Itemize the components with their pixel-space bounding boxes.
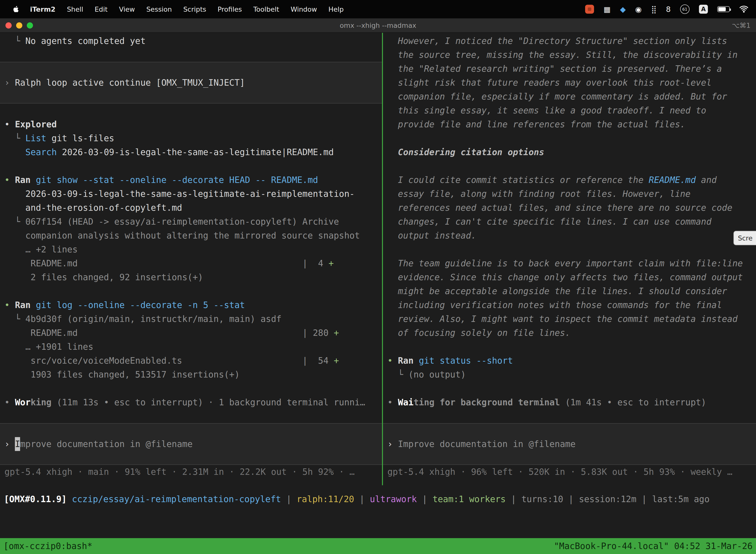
reasoning-text: evidence. Since this change only affects… bbox=[383, 270, 756, 284]
commit-line: └ 067f154 (HEAD -> essay/ai-reimplementa… bbox=[0, 215, 382, 229]
reasoning-text: However, I noticed the "Directory Struct… bbox=[383, 34, 756, 48]
battery-icon[interactable] bbox=[717, 6, 730, 12]
working-status: • Working (11m 13s • esc to interrupt) ·… bbox=[0, 395, 382, 409]
ran-git-status: • Ran git status --short bbox=[383, 354, 756, 368]
minimize-button[interactable] bbox=[16, 22, 22, 29]
reasoning-text: I could cite commit statistics or refere… bbox=[383, 173, 756, 187]
reasoning-text: companion file, especially if more comme… bbox=[383, 90, 756, 104]
right-terminal-pane[interactable]: However, I noticed the "Directory Struct… bbox=[383, 33, 756, 485]
agents-status-line: └ No agents completed yet bbox=[0, 34, 382, 48]
reasoning-text: references need actual files, and since … bbox=[383, 201, 756, 215]
explored-list: └ List git ls-files bbox=[0, 131, 382, 145]
hotkey-indicator: ⌥⌘1 bbox=[732, 21, 751, 29]
battery-fill bbox=[718, 7, 726, 11]
zoom-button[interactable] bbox=[27, 22, 33, 29]
commit-line-2: companion analysis without altering the … bbox=[0, 229, 382, 242]
elided-lines: … +2 lines bbox=[0, 242, 382, 257]
log-elided-lines: … +1901 lines bbox=[0, 340, 382, 354]
diffstat-readme: README.md | 4 + bbox=[0, 257, 382, 270]
menu-profiles[interactable]: Profiles bbox=[212, 5, 248, 13]
blank-line bbox=[0, 104, 382, 117]
reasoning-text: the "Related research writing" section i… bbox=[383, 62, 756, 76]
omx-status-bar: [OMX#0.11.9] cczip/essay/ai-reimplementa… bbox=[0, 492, 756, 506]
window-title: omx --xhigh --madmax bbox=[340, 21, 417, 29]
window-grid-icon[interactable]: ▦ bbox=[604, 5, 611, 14]
blank-line bbox=[0, 48, 382, 62]
reasoning-text: the source tree, missing the essay. Stil… bbox=[383, 48, 756, 62]
recording-stop-glyph bbox=[588, 7, 591, 11]
blank-line bbox=[0, 382, 382, 395]
ran-git-log: • Ran git log --oneline --decorate -n 5 … bbox=[0, 298, 382, 312]
circle-app-icon[interactable]: ◉ bbox=[635, 5, 642, 14]
reasoning-text: output instead. bbox=[383, 229, 756, 242]
menu-session[interactable]: Session bbox=[141, 5, 178, 13]
reasoning-text: essay file, along with finding root file… bbox=[383, 187, 756, 201]
menu-view[interactable]: View bbox=[113, 5, 141, 13]
reasoning-text: this single essay, it seems like a good … bbox=[383, 104, 756, 117]
screen-recording-indicator-icon[interactable] bbox=[585, 5, 594, 14]
log-diffstat-summary: 1903 files changed, 513517 insertions(+) bbox=[0, 368, 382, 382]
blank-line bbox=[383, 340, 756, 354]
left-terminal-pane[interactable]: └ No agents completed yet› Ralph loop ac… bbox=[0, 33, 382, 485]
tmux-session-window: [omx-cczip0:bash* bbox=[3, 541, 92, 551]
reasoning-text: review. Also, I might want to inspect th… bbox=[383, 312, 756, 326]
reasoning-heading: Considering citation options bbox=[383, 145, 756, 159]
menu-shell[interactable]: Shell bbox=[61, 5, 89, 13]
reasoning-text: might be acceptable alongside the file l… bbox=[383, 284, 756, 298]
window-titlebar[interactable]: omx --xhigh --madmax ⌥⌘1 bbox=[0, 18, 756, 33]
log-diffstat-readme: README.md | 280 + bbox=[0, 326, 382, 340]
explored-header: • Explored bbox=[0, 117, 382, 131]
numeric-app-icon[interactable]: 8 bbox=[666, 5, 671, 14]
menu-window[interactable]: Window bbox=[285, 5, 323, 13]
reasoning-text: provide file and line references from th… bbox=[383, 117, 756, 131]
tmux-status-bar: [omx-cczip0:bash* "MacBook-Pro-44.local"… bbox=[0, 538, 756, 554]
input-source-icon[interactable]: A bbox=[699, 5, 708, 14]
blank-line bbox=[0, 409, 382, 423]
iterm2-window: omx --xhigh --madmax ⌥⌘1 └ No agents com… bbox=[0, 18, 756, 554]
ralph-loop-banner: › Ralph loop active continue [OMX_TMUX_I… bbox=[0, 62, 382, 104]
bottom-spacer bbox=[0, 506, 756, 538]
apple-menu-icon[interactable] bbox=[7, 6, 24, 13]
reasoning-text: changes, I can't cite specific file line… bbox=[383, 215, 756, 229]
blank-line bbox=[0, 284, 382, 298]
menu-toolbelt[interactable]: Toolbelt bbox=[248, 5, 285, 13]
explored-search: Search 2026-03-09-is-legal-the-same-as-l… bbox=[0, 145, 382, 159]
reasoning-text: of focusing solely on file lines. bbox=[383, 326, 756, 340]
blank-line bbox=[383, 409, 756, 423]
prompt-input[interactable]: › Improve documentation in @filename bbox=[383, 423, 756, 465]
close-button[interactable] bbox=[5, 22, 12, 29]
log-commit-line: └ 4b9d30f (origin/main, instructkr/main,… bbox=[0, 312, 382, 326]
menu-help[interactable]: Help bbox=[323, 5, 350, 13]
omx-status-line: [OMX#0.11.9] cczip/essay/ai-reimplementa… bbox=[0, 492, 756, 506]
reasoning-text: including verification notes with those … bbox=[383, 298, 756, 312]
menubar-menus: iTerm2ShellEditViewSessionScriptsProfile… bbox=[7, 5, 350, 13]
waiting-status: • Waiting for background terminal (1m 41… bbox=[383, 395, 756, 409]
wifi-icon[interactable] bbox=[739, 5, 749, 13]
blank-line bbox=[383, 131, 756, 145]
menu-scripts[interactable]: Scripts bbox=[178, 5, 212, 13]
clipped-notification-label: Scre bbox=[738, 234, 753, 242]
ran-git-show-arg1: 2026-03-09-is-legal-the-same-as-legitima… bbox=[0, 187, 382, 201]
menu-iterm2[interactable]: iTerm2 bbox=[24, 5, 61, 13]
tmux-panes: └ No agents completed yet› Ralph loop ac… bbox=[0, 33, 756, 485]
prompt-input[interactable]: › Improve documentation in @filename bbox=[0, 423, 382, 465]
blank-line bbox=[383, 382, 756, 395]
battery-tip bbox=[730, 8, 731, 11]
battery-percent-badge[interactable]: 61 bbox=[680, 4, 690, 14]
blank-line bbox=[383, 242, 756, 257]
session-stats: gpt-5.4 xhigh · main · 91% left · 2.31M … bbox=[0, 465, 382, 479]
diffstat-summary: 2 files changed, 92 insertions(+) bbox=[0, 270, 382, 284]
session-stats: gpt-5.4 xhigh · 96% left · 520K in · 5.8… bbox=[383, 465, 756, 479]
reasoning-text: slight risk that future readers may over… bbox=[383, 76, 756, 90]
traffic-lights bbox=[5, 18, 33, 32]
ran-git-show-arg2: and-the-erosion-of-copyleft.md bbox=[0, 201, 382, 215]
reasoning-text: The team guideline is to back every impo… bbox=[383, 257, 756, 270]
menu-edit[interactable]: Edit bbox=[89, 5, 113, 13]
dots-grid-app-icon[interactable]: ⣿ bbox=[651, 5, 656, 14]
macos-menubar: iTerm2ShellEditViewSessionScriptsProfile… bbox=[0, 0, 756, 18]
clipped-notification: Scre bbox=[734, 231, 756, 245]
log-diffstat-voice: src/voice/voiceModeEnabled.ts | 54 + bbox=[0, 354, 382, 368]
blue-app-icon[interactable]: ◆ bbox=[620, 5, 626, 14]
git-status-output: └ (no output) bbox=[383, 368, 756, 382]
ran-git-show: • Ran git show --stat --oneline --decora… bbox=[0, 173, 382, 187]
